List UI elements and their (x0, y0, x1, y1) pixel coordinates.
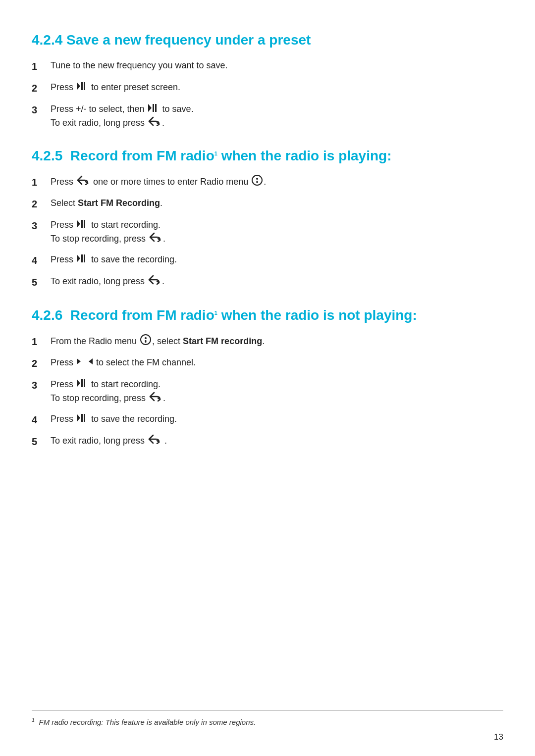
svg-marker-0 (77, 82, 80, 90)
footnote-text: 1 FM radio recording: This feature is av… (32, 717, 503, 726)
item-number: 2 (32, 81, 51, 96)
svg-rect-17 (145, 340, 147, 343)
list-item: 1 Tune to the new frequency you want to … (32, 59, 503, 74)
item-number: 1 (32, 334, 51, 349)
svg-point-15 (141, 335, 151, 345)
svg-rect-10 (81, 220, 83, 228)
item-content: Press to enter preset screen. (51, 81, 503, 95)
heading-4-2-5: 4.2.5 Record from FM radio1 when the rad… (32, 148, 503, 164)
playpause-icon (77, 219, 88, 232)
back-icon (148, 275, 161, 289)
page-number: 13 (494, 732, 503, 742)
back-icon (149, 232, 162, 246)
leftright-icon (77, 357, 93, 369)
list-item: 2 Press to select the FM channel. (32, 356, 503, 371)
list-item: 2 Select Start FM Recording. (32, 197, 503, 211)
item-number: 5 (32, 275, 51, 290)
back-icon (149, 392, 162, 405)
heading-4-2-6: 4.2.6 Record from FM radio1 when the rad… (32, 307, 503, 323)
svg-rect-25 (84, 414, 85, 422)
item-number: 3 (32, 378, 51, 393)
svg-rect-11 (84, 220, 85, 228)
svg-marker-12 (77, 254, 80, 262)
item-content: To exit radio, long press . (51, 434, 503, 448)
svg-rect-8 (257, 181, 258, 183)
menu-icon (252, 175, 263, 190)
svg-marker-18 (77, 358, 81, 364)
item-content: Press to save the recording. (51, 412, 503, 426)
svg-marker-3 (148, 104, 152, 112)
svg-point-6 (252, 175, 262, 185)
back-icon (148, 116, 161, 130)
item-content: To exit radio, long press . (51, 275, 503, 289)
footnote-ref: 1 (214, 310, 217, 316)
svg-rect-21 (81, 379, 83, 387)
bold-text: Start FM recording (183, 336, 262, 346)
heading-4-2-4: 4.2.4 Save a new frequency under a prese… (32, 32, 503, 48)
item-content: Press to select the FM channel. (51, 356, 503, 370)
playpause-icon (77, 379, 88, 391)
svg-rect-4 (153, 104, 154, 112)
footnote-number: 1 (32, 717, 35, 723)
playpause-icon (148, 103, 159, 116)
svg-rect-1 (81, 82, 83, 90)
svg-point-7 (256, 178, 258, 180)
menu-icon (140, 334, 151, 349)
playpause-icon (77, 254, 88, 266)
svg-rect-13 (81, 254, 83, 262)
footnote-ref: 1 (214, 151, 217, 156)
playpause-icon (77, 413, 88, 426)
back-icon (148, 434, 161, 448)
list-item: 1 Press one or more times to enter Radio… (32, 175, 503, 190)
sub-line: To stop recording, press . (51, 232, 503, 246)
svg-rect-22 (84, 379, 85, 387)
sub-line: To stop recording, press . (51, 392, 503, 405)
list-4-2-5: 1 Press one or more times to enter Radio… (32, 175, 503, 290)
item-number: 3 (32, 218, 51, 233)
item-content: Press one or more times to enter Radio m… (51, 175, 503, 190)
bold-text: Start FM Recording (78, 198, 160, 208)
svg-rect-5 (155, 104, 157, 112)
list-item: 3 Press +/- to select, then to save. To … (32, 102, 503, 130)
back-icon (77, 175, 90, 189)
list-4-2-6: 1 From the Radio menu , select Start FM … (32, 334, 503, 449)
list-item: 1 From the Radio menu , select Start FM … (32, 334, 503, 349)
list-item: 5 To exit radio, long press . (32, 275, 503, 290)
item-content: Press +/- to select, then to save. To ex… (51, 102, 503, 130)
sub-line: To exit radio, long press . (51, 116, 503, 130)
item-content: Tune to the new frequency you want to sa… (51, 59, 503, 73)
svg-rect-24 (81, 414, 83, 422)
item-content: From the Radio menu , select Start FM re… (51, 334, 503, 349)
list-item: 4 Press to save the recording. (32, 253, 503, 268)
item-content: Press to save the recording. (51, 253, 503, 267)
svg-marker-23 (77, 414, 80, 422)
list-4-2-4: 1 Tune to the new frequency you want to … (32, 59, 503, 130)
list-item: 5 To exit radio, long press . (32, 434, 503, 449)
footnote-content: FM radio recording: This feature is avai… (39, 718, 256, 726)
item-number: 1 (32, 175, 51, 190)
item-number: 1 (32, 59, 51, 74)
item-number: 4 (32, 253, 51, 268)
item-content: Press to start recording. To stop record… (51, 378, 503, 405)
list-item: 3 Press to start recording. To stop reco… (32, 218, 503, 246)
list-item: 4 Press to save the recording. (32, 412, 503, 427)
list-item: 2 Press to enter preset screen. (32, 81, 503, 96)
svg-rect-2 (84, 82, 85, 90)
list-item: 3 Press to start recording. To stop reco… (32, 378, 503, 405)
svg-marker-9 (77, 220, 80, 228)
item-content: Press to start recording. To stop record… (51, 218, 503, 246)
footnote-area: 1 FM radio recording: This feature is av… (32, 710, 503, 726)
svg-marker-19 (89, 358, 93, 364)
item-number: 2 (32, 197, 51, 211)
svg-marker-20 (77, 379, 80, 387)
item-number: 3 (32, 102, 51, 117)
item-content: Select Start FM Recording. (51, 197, 503, 210)
svg-rect-14 (84, 254, 85, 262)
item-number: 5 (32, 434, 51, 449)
playpause-icon (77, 82, 88, 94)
item-number: 2 (32, 356, 51, 371)
svg-point-16 (145, 337, 147, 339)
item-number: 4 (32, 412, 51, 427)
